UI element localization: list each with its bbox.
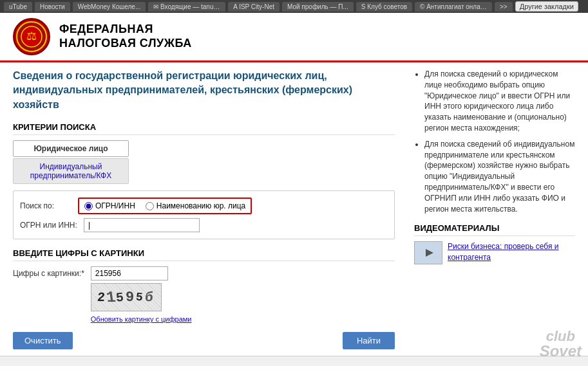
right-panel: Для поиска сведений о юридическом лице н… [408, 69, 575, 349]
bookmarks-folder[interactable]: Другие закладки [515, 1, 578, 12]
radio-name-option[interactable]: Наименованию юр. лица [146, 201, 245, 210]
captcha-image: 2 1 5 9 5 б [91, 283, 162, 311]
search-by-label: Поиск по: [20, 201, 71, 210]
captcha-label-text: Цифры с картинки:* [13, 269, 84, 278]
logo-title-line1: ФЕДЕРАЛЬНАЯ [59, 23, 192, 37]
video-link[interactable]: Риски бизнеса: проверь себя и контрагент… [448, 241, 575, 263]
video-item: Риски бизнеса: проверь себя и контрагент… [414, 241, 575, 264]
radio-group: ОГРН/ИНН Наименованию юр. лица [78, 198, 252, 214]
page-title: Сведения о государственной регистрации ю… [13, 69, 395, 112]
refresh-captcha-link[interactable]: Обновить картинку с цифрами [91, 315, 192, 323]
watermark: club Sovet [540, 329, 582, 359]
tab-webmoney[interactable]: WebMoney Кошеле... [73, 2, 146, 12]
info-list: Для поиска сведений о юридическом лице н… [414, 69, 575, 214]
search-form: Поиск по: ОГРН/ИНН Наименованию юр. лица [13, 190, 395, 239]
captcha-display-text5: 5 [135, 291, 146, 304]
radio-ogrn-label: ОГРН/ИНН [95, 201, 135, 210]
ogrn-inn-label: ОГРН или ИНН: [20, 221, 77, 230]
tab-individual[interactable]: Индивидуальный предприниматель/КФХ [13, 158, 129, 184]
captcha-input[interactable] [91, 266, 168, 280]
logo-icon: ⚖ [13, 18, 50, 55]
radio-ogrn-option[interactable]: ОГРН/ИНН [84, 201, 135, 210]
watermark-line1: club [540, 329, 582, 344]
logo-title-line2: НАЛОГОВАЯ СЛУЖБА [59, 37, 192, 51]
buttons-row: Очистить Найти [13, 332, 395, 349]
tab-antiplagiat[interactable]: © Антиплагиат онлай... [415, 2, 492, 12]
captcha-display-text4: 9 [126, 289, 136, 306]
tab-inbox[interactable]: ✉ Входящие — tanuss... [148, 2, 225, 12]
content-area: Сведения о государственной регистрации ю… [0, 62, 588, 356]
tab-more[interactable]: >> [495, 2, 513, 12]
tab-club[interactable]: S Клуб советов [356, 2, 412, 12]
tab-profile[interactable]: Мой профиль — П... [282, 2, 354, 12]
ogrn-inn-input[interactable] [84, 218, 200, 232]
captcha-display-text3: 5 [115, 290, 126, 305]
search-by-row: Поиск по: ОГРН/ИНН Наименованию юр. лица [20, 198, 388, 214]
radio-name-input[interactable] [146, 202, 154, 210]
info-item-1: Для поиска сведений о юридическом лице н… [424, 69, 575, 134]
tab-news[interactable]: Новости [35, 2, 70, 12]
ogrn-inn-row: ОГРН или ИНН: [20, 218, 388, 232]
video-thumbnail [414, 241, 442, 264]
entity-tabs: Юридическое лицо Индивидуальный предприн… [13, 140, 395, 184]
info-item-2: Для поиска сведений об индивидуальном пр… [424, 139, 575, 215]
captcha-inputs: 2 1 5 9 5 б Обновить картинку с цифрами [91, 266, 192, 323]
scrollbar[interactable] [0, 356, 588, 366]
browser-bar: uTube Новости WebMoney Кошеле... ✉ Входя… [0, 0, 588, 13]
search-section-heading: КРИТЕРИИ ПОИСКА [13, 122, 395, 135]
tab-utube[interactable]: uTube [4, 2, 32, 12]
logo-text: ФЕДЕРАЛЬНАЯ НАЛОГОВАЯ СЛУЖБА [59, 23, 192, 50]
captcha-row: Цифры с картинки:* 2 1 5 9 5 б [13, 266, 395, 323]
radio-name-label: Наименованию юр. лица [156, 201, 245, 210]
captcha-heading: ВВЕДИТЕ ЦИФРЫ С КАРТИНКИ [13, 248, 395, 261]
captcha-section: ВВЕДИТЕ ЦИФРЫ С КАРТИНКИ Цифры с картинк… [13, 248, 395, 323]
tab-legal-entity[interactable]: Юридическое лицо [13, 140, 129, 157]
site-header: ⚖ ФЕДЕРАЛЬНАЯ НАЛОГОВАЯ СЛУЖБА [0, 13, 588, 62]
site-wrapper: ⚖ ФЕДЕРАЛЬНАЯ НАЛОГОВАЯ СЛУЖБА Сведения … [0, 13, 588, 372]
logo-inner: ⚖ [16, 21, 47, 52]
captcha-label: Цифры с картинки:* [13, 266, 84, 278]
clear-button[interactable]: Очистить [13, 332, 73, 349]
svg-text:⚖: ⚖ [26, 30, 37, 42]
captcha-display-text6: б [144, 290, 156, 305]
find-button[interactable]: Найти [343, 332, 395, 349]
tab-isp[interactable]: A ISP City-Net [228, 2, 280, 12]
video-section-heading: ВИДЕОМАТЕРИАЛЫ [414, 223, 575, 236]
left-panel: Сведения о государственной регистрации ю… [13, 69, 408, 349]
radio-ogrn-input[interactable] [84, 202, 93, 210]
